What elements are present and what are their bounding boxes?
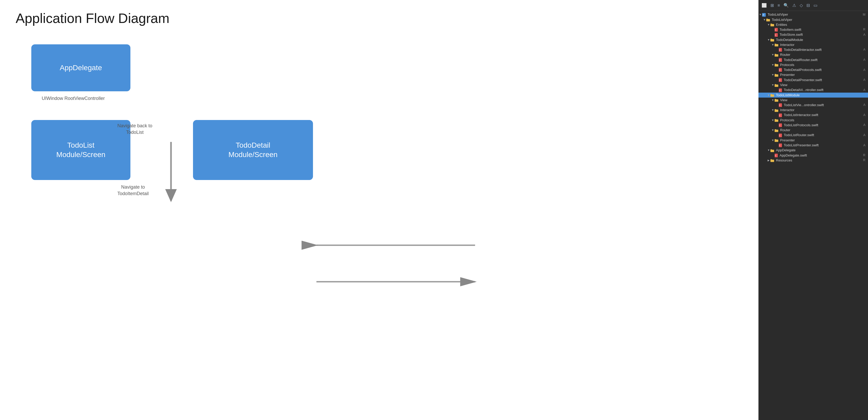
list-view-icon[interactable]: ≡ bbox=[777, 3, 780, 8]
tree-item-label: Router bbox=[780, 53, 868, 57]
tree-item-badge: A bbox=[863, 133, 865, 137]
svg-rect-45 bbox=[775, 109, 776, 110]
tree-item-appdelegate-swift[interactable]: SAppDelegate.swiftR bbox=[758, 153, 868, 158]
tree-item-root-folder[interactable]: ▼TodoListViper bbox=[758, 17, 868, 22]
folder-icon bbox=[775, 63, 779, 67]
tree-item-protocols-folder-list[interactable]: ▼Protocols bbox=[758, 118, 868, 123]
tree-item-badge: A bbox=[863, 58, 865, 62]
tree-item-tododetailmodule-folder[interactable]: ▼TodoDetailModule bbox=[758, 37, 868, 42]
tree-item-todolistrouter-swift[interactable]: STodoListRouter.swiftA bbox=[758, 132, 868, 138]
folder-icon bbox=[775, 138, 779, 142]
tree-item-badge: A bbox=[863, 123, 865, 127]
svg-rect-9 bbox=[766, 19, 768, 20]
tree-item-badge: A bbox=[863, 88, 865, 92]
chevron-icon: ▼ bbox=[771, 73, 775, 76]
swift-icon: S bbox=[775, 33, 779, 37]
swift-icon: S bbox=[779, 103, 783, 107]
folder-icon bbox=[775, 108, 779, 112]
tree-item-badge: R bbox=[863, 153, 865, 157]
search-icon[interactable]: 🔍 bbox=[783, 3, 789, 8]
folder-icon[interactable]: ⬜ bbox=[762, 3, 767, 8]
chevron-icon: ▼ bbox=[767, 149, 771, 152]
label-navigate-back: Navigate back to TodoList bbox=[117, 123, 152, 136]
tree-item-badge: M bbox=[863, 13, 865, 17]
tree-item-label: TodoListViper bbox=[772, 18, 868, 22]
tree-item-label: Presenter bbox=[780, 73, 868, 77]
file-tree: ▼PTodoListViperM▼TodoListViper▼EntitiesS… bbox=[758, 11, 868, 420]
tree-item-todolistpresenter-swift[interactable]: STodoListPresenter.swiftA bbox=[758, 143, 868, 148]
tree-item-appdelegate-folder[interactable]: ▼AppDelegate bbox=[758, 148, 868, 153]
swift-icon: S bbox=[779, 78, 783, 82]
tree-item-label: TodoListRouter.swift bbox=[784, 133, 862, 137]
folder-icon bbox=[775, 53, 779, 57]
tree-item-label: TodoListModule bbox=[776, 93, 868, 97]
swift-icon: S bbox=[775, 153, 779, 157]
folder-icon bbox=[771, 158, 775, 162]
svg-text:S: S bbox=[779, 89, 780, 92]
tree-item-todolistprotocols-swift[interactable]: STodoListProtocols.swiftA bbox=[758, 123, 868, 128]
folder-icon bbox=[775, 118, 779, 122]
tree-item-label: Protocols bbox=[780, 118, 868, 122]
swift-icon: S bbox=[779, 143, 783, 147]
tree-item-label: TodoDetailProtocols.swift bbox=[784, 68, 862, 72]
tree-item-todostore-swift[interactable]: STodoStore.swiftA bbox=[758, 32, 868, 37]
tree-item-presenter-folder-detail[interactable]: ▼Presenter bbox=[758, 72, 868, 77]
table-icon[interactable]: ⊟ bbox=[806, 3, 810, 8]
swift-icon: S bbox=[779, 68, 783, 72]
tree-item-badge: R bbox=[863, 28, 865, 31]
label-navigate-to: Navigate to TodoItemDetail bbox=[117, 184, 149, 197]
folder-icon bbox=[766, 18, 771, 22]
tree-item-label: TodoDetailVi...ntroller.swift bbox=[784, 88, 862, 92]
swift-icon: S bbox=[779, 113, 783, 117]
chevron-icon: ▼ bbox=[771, 99, 775, 101]
tree-item-tododetailprotocols-swift[interactable]: STodoDetailProtocols.swiftA bbox=[758, 67, 868, 72]
tree-item-router-folder-detail[interactable]: ▼Router bbox=[758, 52, 868, 57]
tree-item-view-folder-list[interactable]: ▼View bbox=[758, 97, 868, 102]
warning-icon[interactable]: ⚠ bbox=[793, 3, 796, 8]
svg-rect-11 bbox=[771, 24, 772, 25]
grid-icon[interactable]: ⊞ bbox=[771, 3, 774, 8]
tree-item-router-folder-list[interactable]: ▼Router bbox=[758, 127, 868, 132]
tree-item-tododetailview-swift[interactable]: STodoDetailVi...ntroller.swiftA bbox=[758, 87, 868, 93]
tree-item-tododetailinteractor-swift[interactable]: STodoDetailInteractor.swiftA bbox=[758, 47, 868, 53]
svg-rect-53 bbox=[775, 129, 776, 130]
tree-item-tododetailpresenter-swift[interactable]: STodoDetailPresenter.swiftA bbox=[758, 77, 868, 83]
tree-item-label: TodoListProtocols.swift bbox=[784, 123, 862, 127]
folder-icon bbox=[775, 73, 779, 77]
tree-item-view-folder-detail[interactable]: ▼View bbox=[758, 83, 868, 87]
square-icon[interactable]: ▭ bbox=[813, 3, 817, 8]
tree-item-entities-folder[interactable]: ▼Entities bbox=[758, 22, 868, 27]
tree-item-protocols-folder-detail[interactable]: ▼Protocols bbox=[758, 62, 868, 67]
tree-item-todolistmodule-folder[interactable]: ▼TodoListModule bbox=[758, 93, 868, 97]
folder-icon bbox=[771, 148, 775, 152]
tree-item-label: Interactor bbox=[780, 43, 868, 47]
tree-item-label: AppDelegate bbox=[776, 148, 868, 152]
svg-rect-31 bbox=[775, 74, 776, 74]
tree-item-interactor-folder-list[interactable]: ▼Interactor bbox=[758, 108, 868, 113]
tree-item-todolistinteractor-swift[interactable]: STodoListInteractor.swiftA bbox=[758, 113, 868, 118]
tree-item-label: TodoItem.swift bbox=[780, 28, 862, 32]
diamond-icon[interactable]: ◇ bbox=[800, 3, 803, 8]
tree-item-label: TodoListVie...ontroller.swift bbox=[784, 103, 862, 107]
svg-rect-19 bbox=[775, 44, 776, 44]
tree-item-badge: A bbox=[863, 48, 865, 51]
tree-item-label: TodoListViper bbox=[768, 12, 861, 17]
file-tree-panel: ⬜ ⊞ ≡ 🔍 ⚠ ◇ ⊟ ▭ ▼PTodoListViperM▼TodoLis… bbox=[758, 0, 868, 420]
tree-item-label: View bbox=[780, 98, 868, 102]
chevron-icon: ▼ bbox=[771, 129, 775, 131]
tree-item-label: AppDelegate.swift bbox=[780, 153, 862, 157]
tree-item-root-project[interactable]: ▼PTodoListViperM bbox=[758, 12, 868, 17]
tree-item-tododetailrouter-swift[interactable]: STodoDetailRouter.swiftA bbox=[758, 57, 868, 62]
svg-rect-27 bbox=[775, 64, 776, 65]
tree-item-interactor-folder-detail[interactable]: ▼Interactor bbox=[758, 42, 868, 47]
tree-item-todoitem-swift[interactable]: STodoItem.swiftR bbox=[758, 27, 868, 32]
svg-text:S: S bbox=[779, 49, 780, 51]
label-uiwindow: UIWindow RootViewController bbox=[42, 95, 105, 102]
tree-item-presenter-folder-list[interactable]: ▼Presenter bbox=[758, 138, 868, 143]
tree-item-todolistview-swift[interactable]: STodoListVie...ontroller.swiftA bbox=[758, 102, 868, 108]
tree-item-resources-folder[interactable]: ▶ResourcesR bbox=[758, 158, 868, 163]
svg-text:S: S bbox=[779, 124, 780, 126]
tree-item-label: TodoDetailModule bbox=[776, 38, 868, 42]
tree-item-badge: A bbox=[863, 33, 865, 36]
panel-toolbar: ⬜ ⊞ ≡ 🔍 ⚠ ◇ ⊟ ▭ bbox=[758, 0, 868, 11]
